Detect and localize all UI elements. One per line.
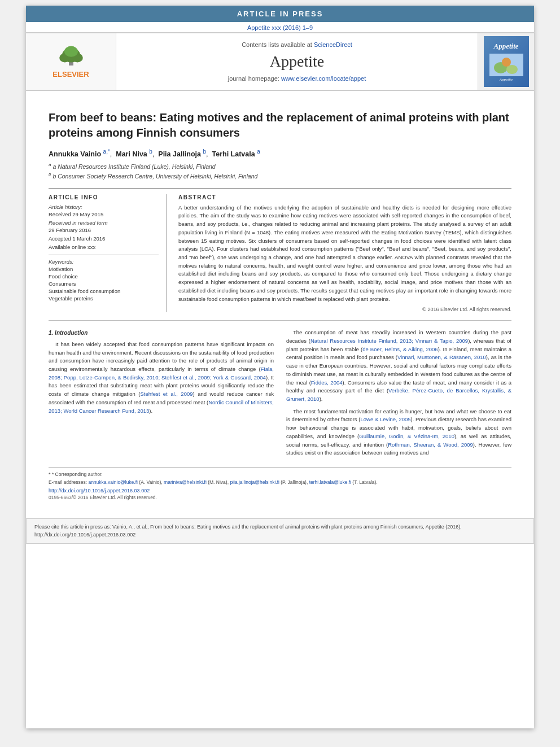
accepted-date: Accepted 1 March 2016 bbox=[49, 235, 159, 242]
journal-ref-line: Appetite xxx (2016) 1–9 bbox=[26, 22, 534, 32]
keyword-4: Vegetable proteins bbox=[49, 295, 159, 302]
article-info-title: ARTICLE INFO bbox=[49, 194, 159, 200]
intro-para2: The consumption of meat has steadily inc… bbox=[286, 329, 511, 403]
header-section: ELSEVIER Contents lists available at Sci… bbox=[26, 32, 534, 91]
ref-lowe[interactable]: Lowe & Levine, 2005 bbox=[360, 416, 410, 422]
ref-nri[interactable]: Natural Resources Institute Finland, 201… bbox=[310, 338, 468, 344]
abstract-title: ABSTRACT bbox=[178, 194, 511, 200]
received-date: Received 29 May 2015 bbox=[49, 211, 159, 217]
homepage-link[interactable]: www.elsevier.com/locate/appet bbox=[281, 75, 366, 82]
body-col-right: The consumption of meat has steadily inc… bbox=[286, 329, 511, 461]
body-two-col: 1. Introduction It has been widely accep… bbox=[49, 329, 511, 461]
thumbnail-title: Appetite bbox=[493, 42, 518, 51]
keywords-label: Keywords: bbox=[49, 259, 159, 265]
sciencedirect-prefix: Contents lists available at bbox=[242, 41, 312, 48]
sciencedirect-link[interactable]: ScienceDirect bbox=[314, 41, 352, 48]
author-vainio: Annukka Vainio bbox=[49, 150, 101, 158]
authors-line: Annukka Vainio a,*, Mari Niva b, Piia Ja… bbox=[49, 148, 511, 158]
affiliations: a a Natural Resources Institute Finland … bbox=[49, 161, 511, 181]
ref-guillaumie[interactable]: Guillaumie, Godin, & Vézina-Im, 2010 bbox=[359, 433, 454, 439]
article-info: ARTICLE INFO Article history: Received 2… bbox=[49, 194, 167, 313]
revised-label: Received in revised form bbox=[49, 220, 159, 226]
author-niva: Mari Niva bbox=[116, 150, 147, 158]
journal-title: Appetite bbox=[270, 53, 324, 71]
appetite-thumbnail: Appetite Appetite bbox=[484, 36, 529, 87]
keywords-section: Keywords: Motivation Food choice Consume… bbox=[49, 255, 159, 302]
citation-text: Please cite this article in press as: Va… bbox=[34, 524, 462, 538]
aip-banner-text: ARTICLE IN PRESS bbox=[237, 10, 323, 18]
abstract-text: A better understanding of the motives un… bbox=[178, 204, 511, 304]
corresponding-note: * * Corresponding author. bbox=[49, 471, 511, 479]
svg-point-4 bbox=[64, 46, 78, 56]
journal-ref-text: Appetite xxx (2016) 1–9 bbox=[247, 24, 313, 31]
section-divider-1 bbox=[49, 320, 511, 321]
article-title: From beef to beans: Eating motives and t… bbox=[49, 110, 511, 141]
elsevier-logo-area: ELSEVIER bbox=[26, 33, 116, 90]
homepage-prefix: journal homepage: bbox=[228, 75, 279, 82]
email-note: E-mail addresses: annukka.vainio@luke.fi… bbox=[49, 479, 511, 486]
intro-para1: It has been widely accepted that food co… bbox=[49, 340, 274, 415]
citation-box: Please cite this article in press as: Va… bbox=[26, 518, 534, 544]
main-content: From beef to beans: Eating motives and t… bbox=[26, 91, 534, 512]
ref-rothman[interactable]: Rothman, Sheeran, & Wood, 2009 bbox=[388, 442, 473, 448]
affil-b: b b Consumer Society Research Centre, Un… bbox=[49, 171, 511, 181]
email-jallinoja[interactable]: piia.jallinoja@helsinki.fi bbox=[230, 479, 279, 485]
abstract-section: ABSTRACT A better understanding of the m… bbox=[178, 194, 511, 313]
body-col-left: 1. Introduction It has been widely accep… bbox=[49, 329, 274, 461]
header-center: Contents lists available at ScienceDirec… bbox=[116, 33, 478, 90]
info-abstract-section: ARTICLE INFO Article history: Received 2… bbox=[49, 188, 511, 313]
copyright-line: © 2016 Elsevier Ltd. All rights reserved… bbox=[178, 307, 511, 312]
email-label: E-mail addresses: bbox=[49, 479, 87, 485]
footnote-star: * bbox=[49, 471, 51, 477]
svg-point-8 bbox=[502, 58, 511, 67]
intro-para3: The most fundamental motivation for eati… bbox=[286, 408, 511, 457]
issn-line: 0195-6663/© 2016 Elsevier Ltd. All right… bbox=[49, 495, 511, 500]
corresponding-label: * Corresponding author. bbox=[52, 471, 103, 477]
email-vainio[interactable]: annukka.vainio@luke.fi bbox=[88, 479, 138, 485]
keyword-0: Motivation bbox=[49, 266, 159, 272]
elsevier-tree-svg bbox=[43, 45, 99, 68]
ref-nordic[interactable]: Nordic Council of Ministers, 2013; World… bbox=[49, 399, 274, 414]
doi-line[interactable]: http://dx.doi.org/10.1016/j.appet.2016.0… bbox=[49, 488, 511, 493]
ref-deboer[interactable]: de Boer, Helms, & Aiking, 2006 bbox=[362, 346, 438, 352]
email-niva[interactable]: mariniva@helsinki.fi bbox=[164, 479, 207, 485]
ref-verbeke[interactable]: Verbeke, Pérez-Cueto, de Barcellos, Krys… bbox=[286, 387, 511, 402]
keyword-1: Food choice bbox=[49, 273, 159, 279]
revised-date: 29 February 2016 bbox=[49, 227, 159, 233]
affil-a: a a Natural Resources Institute Finland … bbox=[49, 161, 511, 171]
email-latvala[interactable]: terhi.latvala@luke.fi bbox=[309, 479, 351, 485]
keyword-3: Sustainable food consumption bbox=[49, 288, 159, 294]
thumbnail-image bbox=[489, 54, 523, 76]
appetite-cover-area: Appetite Appetite bbox=[478, 33, 534, 90]
ref-vinnari[interactable]: Vinnari, Mustonen, & Räsänen, 2010 bbox=[397, 354, 486, 360]
homepage-line: journal homepage: www.elsevier.com/locat… bbox=[228, 75, 366, 82]
history-label: Article history: bbox=[49, 204, 159, 210]
page: ARTICLE IN PRESS Appetite xxx (2016) 1–9… bbox=[26, 6, 534, 728]
aip-banner: ARTICLE IN PRESS bbox=[26, 6, 534, 22]
doi-link[interactable]: http://dx.doi.org/10.1016/j.appet.2016.0… bbox=[49, 488, 150, 493]
ref-fiddes[interactable]: Fiddes, 2004 bbox=[311, 379, 343, 386]
thumbnail-subtitle: Appetite bbox=[500, 77, 513, 82]
elsevier-wordmark: ELSEVIER bbox=[53, 70, 89, 78]
available-date: Available online xxx bbox=[49, 244, 159, 250]
sciencedirect-line: Contents lists available at ScienceDirec… bbox=[242, 41, 352, 48]
keyword-2: Consumers bbox=[49, 281, 159, 287]
ref-stehfest[interactable]: Stehfest et al., 2009 bbox=[141, 391, 193, 397]
ref-fiala[interactable]: Fiala, 2008; Popp, Lotze-Campen, & Bodir… bbox=[49, 366, 274, 381]
footnote-area: * * Corresponding author. E-mail address… bbox=[49, 467, 511, 486]
author-latvala: Terhi Latvala bbox=[212, 150, 255, 158]
author-jallinoja: Piia Jallinoja bbox=[158, 150, 201, 158]
intro-heading: 1. Introduction bbox=[49, 329, 274, 338]
